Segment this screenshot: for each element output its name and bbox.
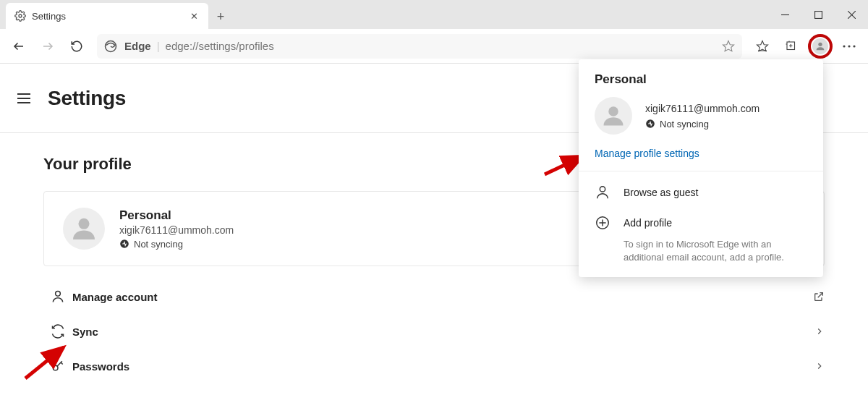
svg-point-20 [608,106,618,116]
plus-circle-icon [595,215,624,231]
divider [579,171,823,171]
toolbar: Edge | edge://settings/profiles [0,29,868,64]
svg-point-18 [56,292,61,297]
tab-title: Settings [32,11,188,22]
profile-popover: Personal xigik76111@ummoh.com Not syncin… [579,59,823,277]
svg-point-16 [79,218,90,229]
forward-button[interactable] [33,32,62,61]
svg-point-19 [53,365,58,370]
favorite-icon[interactable] [722,40,735,53]
row-label: Add profile [624,217,672,229]
option-passwords[interactable]: Passwords [43,349,825,383]
close-icon[interactable]: ✕ [188,11,200,22]
titlebar: Settings ✕ + [0,0,868,29]
option-label: Manage account [72,291,158,303]
popover-sync-status: Not syncing [645,119,760,130]
person-icon [43,289,72,304]
refresh-button[interactable] [62,32,91,61]
url-separator: | [157,40,160,52]
sync-status-icon [645,119,655,129]
row-label: Browse as guest [624,187,699,198]
svg-point-13 [843,45,845,47]
minimize-button[interactable] [768,0,801,29]
avatar-icon [812,38,828,54]
svg-marker-9 [757,41,768,51]
option-label: Sync [72,326,98,338]
svg-point-14 [848,45,850,47]
browse-as-guest-row[interactable]: Browse as guest [579,177,823,208]
avatar-icon [63,208,105,250]
more-menu-button[interactable] [835,32,864,61]
page-content: Settings Your profile Personal xigik7611… [0,64,868,416]
profile-sync-status: Not syncing [119,239,234,250]
option-sync[interactable]: Sync [43,314,825,349]
back-button[interactable] [4,32,33,61]
edge-icon [104,40,117,53]
external-link-icon [813,291,825,302]
svg-rect-2 [814,11,822,18]
svg-point-22 [600,187,605,192]
svg-point-0 [19,14,22,17]
annotation-highlight-circle [808,34,833,59]
profile-button[interactable] [806,32,835,61]
chevron-right-icon [814,361,825,371]
option-manage-account[interactable]: Manage account [43,279,825,314]
svg-point-15 [853,45,855,47]
popover-title: Personal [579,72,823,94]
add-profile-row[interactable]: Add profile [579,208,823,238]
maximize-button[interactable] [801,0,835,29]
profile-email: xigik76111@ummoh.com [119,224,234,236]
menu-icon[interactable] [17,90,35,107]
address-bar[interactable]: Edge | edge://settings/profiles [97,34,742,59]
avatar-icon [595,97,632,135]
url-origin: Edge [124,40,151,52]
collections-button[interactable] [777,32,806,61]
option-label: Passwords [72,360,129,373]
page-title: Settings [48,87,126,110]
window-close-button[interactable] [835,0,868,29]
profile-info: Personal xigik76111@ummoh.com Not syncin… [119,208,234,250]
add-profile-description: To sign in to Microsoft Edge with an add… [579,238,823,266]
key-icon [43,359,72,373]
profile-name: Personal [119,208,234,223]
person-icon [595,184,624,200]
chevron-right-icon [814,326,825,336]
popover-profile-info: xigik76111@ummoh.com Not syncing [645,103,760,130]
svg-point-12 [818,42,822,46]
svg-marker-8 [723,41,734,51]
gear-icon [14,10,26,22]
url-path: edge://settings/profiles [166,40,274,52]
browser-tab[interactable]: Settings ✕ [6,3,208,29]
popover-email: xigik76111@ummoh.com [645,103,760,114]
new-tab-button[interactable]: + [208,4,233,29]
sync-icon [43,324,72,339]
popover-profile: xigik76111@ummoh.com Not syncing [579,94,823,143]
manage-profile-settings-link[interactable]: Manage profile settings [579,143,823,171]
window-controls [768,0,868,29]
options-list: Manage account Sync Passwords [43,279,825,383]
sync-status-icon [119,239,129,249]
favorites-button[interactable] [748,32,777,61]
